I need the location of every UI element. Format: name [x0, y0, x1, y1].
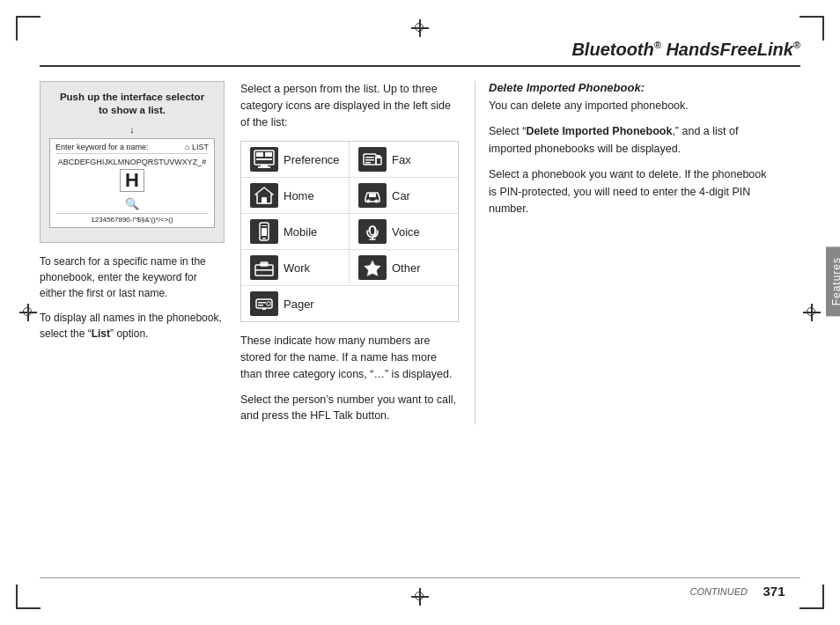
svg-rect-25	[255, 269, 273, 271]
svg-rect-1	[256, 152, 263, 157]
icons-row-4: Work Other	[241, 250, 458, 286]
svg-rect-31	[262, 308, 266, 310]
preference-label: Preference	[284, 153, 340, 166]
footer-continued: CONTINUED	[394, 586, 748, 597]
diagram-arrow: ↓	[49, 124, 215, 135]
icon-cell-mobile: Mobile	[241, 214, 350, 249]
icon-cell-fax: Fax	[350, 142, 458, 177]
svg-rect-20	[262, 228, 267, 236]
left-text-1: To search for a specific name in the pho…	[40, 254, 225, 301]
svg-rect-13	[262, 197, 267, 203]
column-divider	[475, 81, 475, 424]
svg-point-15	[375, 200, 379, 203]
svg-rect-30	[267, 302, 270, 305]
svg-rect-27	[256, 299, 272, 308]
svg-rect-18	[262, 225, 267, 226]
diagram-search-icon: 🔍	[55, 197, 209, 210]
svg-rect-3	[265, 152, 272, 157]
svg-rect-28	[258, 302, 266, 304]
svg-rect-5	[258, 166, 270, 168]
work-label: Work	[284, 261, 310, 275]
svg-point-14	[367, 200, 371, 203]
svg-rect-8	[365, 159, 374, 161]
mid-footer: These indicate how many numbers are stor…	[240, 333, 459, 424]
icons-row-2: Home Car	[241, 178, 458, 214]
diagram-caption: Push up the interface selector to show a…	[49, 91, 215, 117]
page-footer: CONTINUED 371	[40, 577, 800, 599]
icons-row-3: Mobile Voice	[241, 214, 458, 250]
page-header: Bluetooth® HandsFreeLink®	[40, 40, 800, 67]
left-text-2: To display all names in the phonebook, s…	[40, 310, 225, 342]
svg-point-21	[370, 226, 375, 235]
pager-label: Pager	[284, 298, 314, 311]
pager-icon	[250, 291, 278, 316]
icons-row-5: Pager	[241, 286, 458, 321]
icon-cell-home: Home	[241, 178, 350, 213]
voice-icon	[358, 219, 387, 244]
preference-icon	[250, 147, 278, 172]
page-title: Bluetooth® HandsFreeLink®	[571, 40, 800, 60]
diagram-screen-header: Enter keyword for a name: ⌂ LIST	[55, 143, 209, 154]
icon-cell-pager: Pager	[241, 286, 458, 321]
svg-rect-29	[258, 305, 263, 306]
fax-icon	[358, 147, 387, 172]
fax-label: Fax	[392, 153, 411, 166]
footer-page-number: 371	[748, 584, 800, 599]
right-section-title: Delete Imported Phonebook:	[489, 81, 774, 94]
svg-rect-19	[262, 238, 266, 239]
right-para-1: You can delete any imported phonebook. S…	[489, 98, 774, 217]
mid-column: Select a person from the list. Up to thr…	[240, 81, 459, 424]
device-diagram: Push up the interface selector to show a…	[40, 81, 225, 243]
icons-row-1: Preference	[241, 142, 458, 178]
icon-cell-work: Work	[241, 250, 350, 285]
right-section-delete: Delete Imported Phonebook: You can delet…	[489, 81, 774, 217]
other-icon	[358, 255, 387, 280]
diagram-big-letter-wrap: H	[55, 169, 209, 195]
home-icon	[250, 183, 278, 208]
icon-cell-preference: Preference	[241, 142, 350, 177]
icon-cell-car: Car	[350, 178, 458, 213]
svg-rect-2	[256, 158, 272, 160]
svg-rect-7	[365, 157, 374, 158]
icon-cell-other: Other	[350, 250, 458, 285]
left-column: Push up the interface selector to show a…	[40, 81, 225, 424]
car-icon	[358, 183, 387, 208]
svg-rect-11	[377, 155, 380, 158]
mid-intro: Select a person from the list. Up to thr…	[240, 81, 459, 130]
content-area: Push up the interface selector to show a…	[40, 81, 800, 424]
diagram-number-row: 1234567890-!"$§&'()*/<>()	[55, 213, 209, 224]
home-label: Home	[284, 189, 314, 202]
right-column: Delete Imported Phonebook: You can delet…	[475, 81, 800, 424]
mobile-label: Mobile	[284, 225, 317, 239]
diagram-letter-row: ABCDEFGHIJKLMNOPQRSTUVWXYZ_#	[55, 158, 209, 166]
work-icon	[250, 255, 278, 280]
svg-marker-26	[364, 260, 381, 276]
other-label: Other	[392, 261, 421, 275]
svg-rect-24	[262, 263, 267, 266]
icons-grid: Preference	[240, 141, 459, 322]
icon-cell-voice: Voice	[350, 214, 458, 249]
voice-label: Voice	[392, 225, 420, 239]
svg-rect-9	[365, 162, 371, 164]
diagram-screen: Enter keyword for a name: ⌂ LIST ABCDEFG…	[49, 138, 215, 228]
svg-rect-16	[369, 194, 376, 197]
car-label: Car	[392, 189, 410, 202]
mobile-icon	[250, 219, 278, 244]
diagram-big-letter: H	[120, 169, 144, 192]
